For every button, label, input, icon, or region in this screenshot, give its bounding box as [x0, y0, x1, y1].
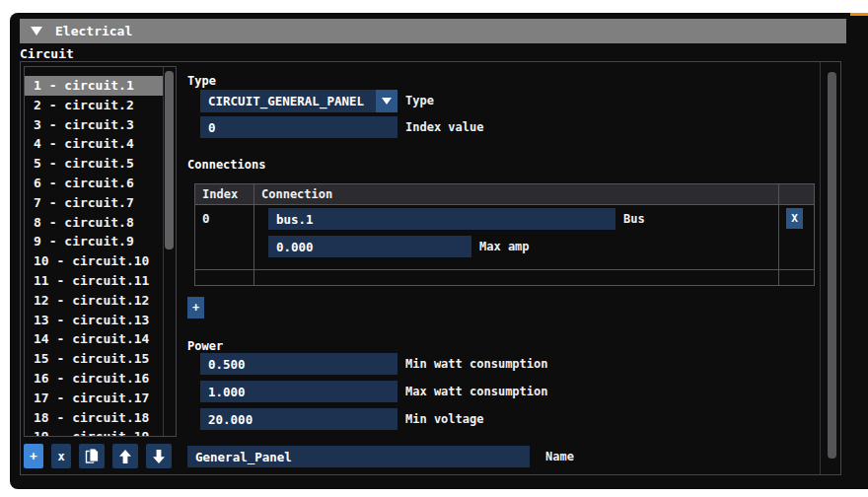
power-section-title: Power	[187, 339, 223, 353]
list-item[interactable]: 18 - circuit.18	[25, 408, 163, 428]
connection-row-index: 0	[202, 209, 210, 228]
collapse-triangle-icon	[31, 27, 42, 36]
connections-section-title: Connections	[187, 158, 265, 172]
min-voltage-label: Min voltage	[405, 408, 483, 430]
list-item[interactable]: 13 - circuit.13	[25, 311, 163, 330]
circuit-list: 1 - circuit.1 2 - circuit.2 3 - circuit.…	[24, 66, 177, 437]
list-item[interactable]: 19 - circuit.19	[25, 427, 163, 437]
list-item[interactable]: 9 - circuit.9	[25, 232, 163, 251]
move-up-button[interactable]	[112, 444, 138, 468]
scroll-track-border	[820, 62, 821, 474]
list-item[interactable]: 7 - circuit.7	[25, 193, 163, 213]
max-amp-label: Max amp	[479, 236, 530, 257]
arrow-up-icon	[118, 449, 132, 464]
dropdown-arrow-button[interactable]	[376, 90, 398, 112]
list-item[interactable]: 1 - circuit.1	[25, 76, 163, 96]
section-header-title: Electrical	[55, 24, 132, 38]
max-watt-input[interactable]	[200, 381, 398, 402]
list-item[interactable]: 16 - circuit.16	[25, 369, 163, 389]
list-item[interactable]: 12 - circuit.12	[25, 291, 163, 311]
add-connection-button[interactable]: +	[187, 297, 204, 319]
page: { "colors": { "accent_blue": "#3e86d8", …	[0, 0, 868, 497]
list-scroll-border	[163, 67, 164, 436]
electrical-section-header[interactable]: Electrical	[20, 19, 846, 43]
type-dropdown[interactable]: CIRCUIT_GENERAL_PANEL	[200, 90, 398, 112]
bus-label: Bus	[623, 208, 645, 230]
window-accent-mark	[850, 13, 868, 16]
index-value-input[interactable]	[200, 116, 398, 138]
max-watt-label: Max watt consumption	[405, 381, 548, 402]
list-scrollbar-thumb[interactable]	[165, 71, 174, 249]
type-section-title: Type	[187, 74, 216, 88]
type-dropdown-label: Type	[405, 90, 434, 112]
chevron-down-icon	[382, 98, 392, 105]
list-item[interactable]: 14 - circuit.14	[25, 329, 163, 349]
max-amp-input[interactable]	[268, 236, 471, 257]
arrow-down-icon	[152, 449, 166, 464]
list-item[interactable]: 3 - circuit.3	[25, 115, 163, 135]
list-item[interactable]: 5 - circuit.5	[25, 154, 163, 174]
list-item[interactable]: 11 - circuit.11	[25, 271, 163, 291]
delete-circuit-button[interactable]: x	[51, 444, 71, 468]
copy-icon	[84, 448, 100, 464]
list-item[interactable]: 6 - circuit.6	[25, 174, 163, 193]
move-down-button[interactable]	[146, 444, 172, 468]
column-header-index: Index	[202, 185, 238, 204]
type-dropdown-value: CIRCUIT_GENERAL_PANEL	[200, 90, 376, 112]
min-voltage-input[interactable]	[200, 408, 398, 430]
min-watt-label: Min watt consumption	[405, 353, 548, 375]
table-row-border	[195, 269, 814, 270]
add-circuit-button[interactable]: +	[24, 444, 43, 468]
circuit-label: Circuit	[20, 46, 74, 61]
list-item[interactable]: 17 - circuit.17	[25, 389, 163, 408]
column-header-connection: Connection	[261, 185, 332, 204]
name-label: Name	[545, 446, 574, 467]
name-input[interactable]	[187, 446, 530, 467]
panel-scrollbar-thumb[interactable]	[828, 72, 836, 459]
list-item[interactable]: 8 - circuit.8	[25, 213, 163, 233]
list-item[interactable]: 2 - circuit.2	[25, 96, 163, 115]
min-watt-input[interactable]	[200, 353, 398, 375]
list-item[interactable]: 10 - circuit.10	[25, 251, 163, 271]
table-header-border	[195, 204, 814, 205]
list-item[interactable]: 4 - circuit.4	[25, 134, 163, 154]
remove-connection-button[interactable]: X	[786, 208, 803, 229]
list-item[interactable]: 15 - circuit.15	[25, 349, 163, 369]
bus-input[interactable]	[268, 208, 615, 230]
index-value-label: Index value	[405, 116, 483, 138]
copy-circuit-button[interactable]	[79, 444, 105, 468]
